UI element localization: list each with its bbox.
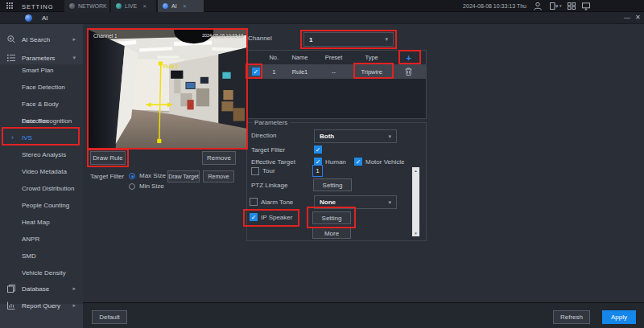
video-preview[interactable]: Channel 1 2024-08-08 10:33:13 Rule1 xyxy=(89,30,246,148)
database-icon xyxy=(6,284,16,293)
sidebar-item-face-body-detection[interactable]: Face & Body Detection xyxy=(0,96,83,113)
parameters-scrollbar[interactable]: ▴ ▾ xyxy=(412,167,419,236)
cell-preset: -- xyxy=(316,64,352,79)
tour-checkbox[interactable] xyxy=(251,167,259,175)
delete-rule-button[interactable] xyxy=(391,64,426,79)
sidebar-item-smart-plan[interactable]: Smart Plan xyxy=(0,62,83,79)
selected-arrow-icon: › xyxy=(11,129,14,146)
draw-rule-button[interactable]: Draw Rule xyxy=(90,151,126,165)
sidebar-item-video-metadata[interactable]: Video Metadata xyxy=(0,163,83,180)
direction-label: Direction xyxy=(251,132,277,139)
tab-network[interactable]: NETWORK ✕ xyxy=(64,0,110,12)
chevron-right-icon: ▸ xyxy=(72,285,76,292)
ip-speaker-label: IP Speaker xyxy=(261,214,292,221)
motor-vehicle-checkbox[interactable]: ✓ xyxy=(354,158,362,166)
max-size-label: Max Size xyxy=(139,172,166,179)
ptz-linkage-label: PTZ Linkage xyxy=(251,182,287,189)
ip-speaker-setting-button[interactable]: Setting xyxy=(312,211,351,224)
scroll-up-icon[interactable]: ▴ xyxy=(412,168,419,173)
sidebar-item-ai-search[interactable]: AI Search ▸ xyxy=(0,31,83,47)
direction-select[interactable]: Both ▾ xyxy=(314,129,397,143)
app-title: SETTING xyxy=(22,3,54,10)
alarm-tone-select[interactable]: None ▾ xyxy=(314,195,397,209)
sidebar-item-anpr[interactable]: ANPR xyxy=(0,231,83,248)
module-title-bar: AI — ✕ xyxy=(0,12,644,24)
tab-label: AI xyxy=(171,3,177,9)
minimize-icon[interactable]: — xyxy=(624,14,630,21)
alarm-tone-checkbox[interactable] xyxy=(250,198,258,206)
page-title: AI xyxy=(42,14,48,22)
monitor-icon[interactable] xyxy=(581,2,591,10)
logout-icon[interactable] xyxy=(549,2,559,10)
default-button[interactable]: Default xyxy=(92,310,127,324)
rule-name-overlay: Rule1 xyxy=(163,64,178,69)
cell-no: 1 xyxy=(264,64,284,79)
report-query-icon xyxy=(6,301,16,310)
draw-target-button[interactable]: Draw Target xyxy=(167,170,200,182)
sidebar-item-stereo-analysis[interactable]: Stereo Analysis xyxy=(0,146,83,163)
fullscreen-icon[interactable] xyxy=(567,2,576,10)
sidebar-item-crowd-distribution[interactable]: Crowd Distribution xyxy=(0,180,83,197)
refresh-button[interactable]: Refresh xyxy=(553,310,590,324)
tab-close-icon[interactable]: ✕ xyxy=(183,3,187,9)
cell-type: Tripwire xyxy=(352,64,392,79)
target-filter-checkbox[interactable]: ✓ xyxy=(314,146,322,154)
sidebar-item-vehicle-density[interactable]: Vehicle Density xyxy=(0,264,83,281)
ai-settings-window: SETTING NETWORK ✕ LIVE ✕ AI ✕ 2024-08-08… xyxy=(0,0,644,328)
tour-label: Tour xyxy=(262,167,275,174)
scroll-down-icon[interactable]: ▾ xyxy=(412,231,419,236)
chevron-right-icon: ▸ xyxy=(72,36,76,43)
tab-ai[interactable]: AI ✕ xyxy=(158,0,204,12)
sidebar-item-label: Report Query xyxy=(22,302,60,310)
alarm-tone-label: Alarm Tone xyxy=(261,199,293,206)
sidebar-item-face-detection[interactable]: Face Detection xyxy=(0,79,83,96)
sidebar-item-heat-map[interactable]: Heat Map xyxy=(0,214,83,231)
sidebar: AI Search ▸ Parameters ▾ Smart Plan Face… xyxy=(0,24,83,328)
table-header: No. Name Preset Type + xyxy=(248,51,426,64)
sidebar-item-people-counting[interactable]: People Counting xyxy=(0,197,83,214)
user-icon[interactable] xyxy=(533,2,543,10)
top-bar: SETTING NETWORK ✕ LIVE ✕ AI ✕ 2024-08-08… xyxy=(0,0,644,12)
target-filter-label: Target Filter xyxy=(90,173,124,180)
timestamp-overlay: 2024-08-08 10:33:13 xyxy=(202,33,243,38)
caret-down-icon: ▾ xyxy=(388,199,391,206)
alarm-tone-value: None xyxy=(320,199,336,206)
sidebar-item-label: Database xyxy=(22,285,49,293)
ip-speaker-checkbox[interactable]: ✓ xyxy=(250,213,258,221)
motor-vehicle-label: Motor Vehicle xyxy=(365,158,404,166)
channel-name-overlay: Channel 1 xyxy=(93,33,118,39)
caret-down-icon: ▾ xyxy=(388,133,391,140)
rule-checkbox[interactable]: ✓ xyxy=(252,68,260,76)
sidebar-item-label: IVS xyxy=(22,134,32,141)
sidebar-item-ivs[interactable]: › IVS xyxy=(0,129,83,146)
min-size-radio[interactable] xyxy=(129,183,135,190)
remove-rule-button[interactable]: Remove xyxy=(202,151,236,165)
max-size-radio[interactable] xyxy=(129,173,135,179)
chevron-down-icon: ▾ xyxy=(72,55,76,61)
remove-target-button[interactable]: Remove xyxy=(203,170,234,182)
tab-label: LIVE xyxy=(125,3,137,9)
apply-button[interactable]: Apply xyxy=(602,310,636,324)
ptz-setting-button[interactable]: Setting xyxy=(313,178,352,191)
add-rule-button[interactable]: + xyxy=(391,51,426,64)
tab-live[interactable]: LIVE ✕ xyxy=(111,0,157,12)
tour-value-field[interactable]: 1 xyxy=(312,165,323,177)
direction-value: Both xyxy=(320,133,334,140)
ai-tab-icon xyxy=(163,3,168,9)
sidebar-item-label: AI Search xyxy=(22,36,50,43)
live-tab-icon xyxy=(116,3,122,9)
table-row[interactable]: ✓ 1 Rule1 -- Tripwire xyxy=(248,64,426,79)
logout-caret-icon[interactable]: ▾ xyxy=(559,3,562,8)
target-filter-param-label: Target Filter xyxy=(251,146,285,154)
sidebar-item-face-recognition[interactable]: Face Recognition xyxy=(0,113,83,129)
channel-select[interactable]: 1 ▾ xyxy=(303,32,394,47)
close-icon[interactable]: ✕ xyxy=(635,14,641,21)
apps-grid-icon[interactable] xyxy=(6,2,14,10)
tab-close-icon[interactable]: ✕ xyxy=(142,3,147,9)
sidebar-item-database[interactable]: Database ▸ xyxy=(0,281,83,297)
more-button[interactable]: More xyxy=(312,228,351,239)
sidebar-item-report-query[interactable]: Report Query ▸ xyxy=(0,297,83,314)
tab-label: NETWORK xyxy=(78,3,107,9)
sidebar-item-smd[interactable]: SMD xyxy=(0,248,83,264)
cell-name: Rule1 xyxy=(284,64,316,79)
